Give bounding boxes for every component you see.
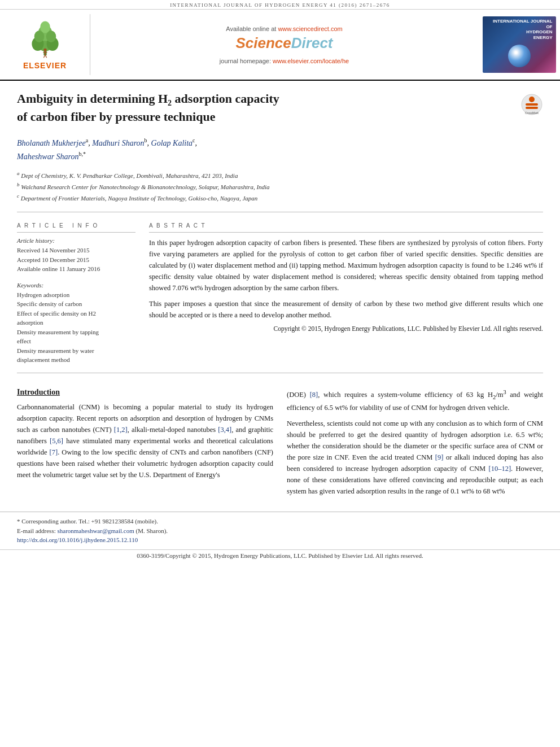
svg-point-7 bbox=[40, 21, 50, 33]
page-wrapper: INTERNATIONAL JOURNAL OF HYDROGEN ENERGY… bbox=[0, 0, 560, 561]
article-info-abstract: A R T I C L E I N F O Article history: R… bbox=[0, 216, 560, 365]
footer-bar: 0360-3199/Copyright © 2015, Hydrogen Ene… bbox=[0, 549, 560, 561]
cover-sphere bbox=[508, 45, 531, 67]
body-left-col: Introduction Carbonnanomaterial (CNM) is… bbox=[17, 388, 273, 501]
svg-rect-16 bbox=[526, 107, 538, 109]
footnote-doi: http://dx.doi.org/10.1016/j.ijhydene.201… bbox=[17, 535, 543, 545]
elsevier-logo-area: ELSEVIER bbox=[0, 14, 90, 75]
available-online-date: Available online 11 January 2016 bbox=[17, 264, 135, 274]
sciencedirect-logo: ScienceDirect bbox=[236, 34, 333, 52]
keyword-6: effect bbox=[17, 337, 135, 346]
keyword-8: displacement method bbox=[17, 355, 135, 365]
affiliation-c: c Department of Frontier Materials, Nago… bbox=[17, 193, 543, 203]
divider-body bbox=[17, 373, 543, 373]
authors-line: Bholanath Mukherjeea, Madhuri Sharonb, G… bbox=[17, 136, 543, 150]
authors-area: Bholanath Mukherjeea, Madhuri Sharonb, G… bbox=[0, 130, 560, 168]
affiliations-area: a Dept of Chemistry, K. V. Pendharkar Co… bbox=[0, 168, 560, 208]
ref-5-6[interactable]: [5,6] bbox=[50, 437, 63, 445]
footnote-area: * Corresponding author. Tel.: +91 982123… bbox=[0, 512, 560, 549]
article-title: Ambiguity in determining H2 adsorption c… bbox=[17, 91, 520, 125]
ref-10-12[interactable]: [10–12] bbox=[488, 465, 511, 473]
author-sharon-m[interactable]: Madhuri Sharon bbox=[92, 139, 144, 147]
keyword-3: Effect of specific density on H2 bbox=[17, 309, 135, 318]
keywords-label: Keywords: bbox=[17, 282, 135, 289]
svg-text:CrossMark: CrossMark bbox=[525, 111, 539, 115]
abstract-label: A B S T R A C T bbox=[149, 222, 543, 229]
keyword-2: Specific density of carbon bbox=[17, 299, 135, 309]
abstract-para-1: In this paper hydrogen adsorption capaci… bbox=[149, 237, 543, 294]
divider-affiliations bbox=[17, 212, 543, 212]
crossmark-badge: CrossMark bbox=[520, 93, 543, 116]
keywords-section: Keywords: Hydrogen adsorption Specific d… bbox=[17, 282, 135, 365]
article-info-label: A R T I C L E I N F O bbox=[17, 222, 135, 229]
journal-homepage: journal homepage: www.elsevier.com/locat… bbox=[220, 58, 349, 64]
svg-point-6 bbox=[46, 30, 56, 42]
accepted-date: Accepted 10 December 2015 bbox=[17, 255, 135, 265]
affiliation-b: b Walchand Research Center for Nanotechn… bbox=[17, 181, 543, 191]
footnote-corresponding: * Corresponding author. Tel.: +91 982123… bbox=[17, 517, 543, 526]
intro-para-3: Nevertheless, scientists could not come … bbox=[287, 418, 543, 497]
received-date: Received 14 November 2015 bbox=[17, 246, 135, 255]
header-area: ELSEVIER Available online at www.science… bbox=[0, 10, 560, 81]
article-info-col: A R T I C L E I N F O Article history: R… bbox=[17, 222, 135, 365]
author-kalita[interactable]: Golap Kalita bbox=[151, 139, 193, 147]
keyword-1: Hydrogen adsorption bbox=[17, 290, 135, 300]
footnote-email-link[interactable]: sharonmaheshwar@gmail.com bbox=[57, 527, 134, 534]
journal-cover-image: International Journal ofHYDROGENENERGY bbox=[483, 16, 556, 73]
keyword-5: Density measurement by tapping bbox=[17, 327, 135, 337]
introduction-heading: Introduction bbox=[17, 388, 273, 397]
ref-8[interactable]: [8] bbox=[310, 391, 318, 399]
journal-top-bar: INTERNATIONAL JOURNAL OF HYDROGEN ENERGY… bbox=[0, 0, 560, 10]
elsevier-tree-icon bbox=[25, 19, 65, 59]
crossmark-icon: CrossMark bbox=[521, 94, 542, 115]
authors-line2: Maheshwar Sharonb,* bbox=[17, 150, 543, 163]
affiliation-a: a Dept of Chemistry, K. V. Pendharkar Co… bbox=[17, 170, 543, 180]
abstract-col: A B S T R A C T In this paper hydrogen a… bbox=[149, 222, 543, 365]
svg-point-8 bbox=[43, 49, 46, 51]
main-body: Introduction Carbonnanomaterial (CNM) is… bbox=[0, 377, 560, 507]
author-sharon-mah[interactable]: Maheshwar Sharon bbox=[17, 152, 79, 161]
elsevier-logo: ELSEVIER bbox=[23, 19, 67, 70]
ref-9[interactable]: [9] bbox=[435, 453, 444, 461]
abstract-para-2: This paper imposes a question that since… bbox=[149, 298, 543, 321]
intro-para-2: (DOE) [8], which requires a system-volum… bbox=[287, 388, 543, 413]
divider-art-info bbox=[17, 232, 135, 233]
sciencedirect-url[interactable]: www.sciencedirect.com bbox=[278, 25, 342, 32]
ref-1-2[interactable]: [1,2] bbox=[114, 426, 128, 434]
cover-title: International Journal ofHYDROGENENERGY bbox=[486, 19, 553, 40]
journal-cover-area: International Journal ofHYDROGENENERGY bbox=[478, 14, 560, 75]
body-two-col: Introduction Carbonnanomaterial (CNM) is… bbox=[17, 388, 543, 501]
ref-3-4[interactable]: [3,4] bbox=[218, 426, 231, 434]
homepage-url[interactable]: www.elsevier.com/locate/he bbox=[273, 58, 349, 64]
body-right-col: (DOE) [8], which requires a system-volum… bbox=[287, 388, 543, 501]
journal-name: INTERNATIONAL JOURNAL OF HYDROGEN ENERGY… bbox=[170, 2, 390, 8]
svg-rect-15 bbox=[526, 103, 538, 106]
divider-abstract bbox=[149, 232, 543, 233]
doi-link[interactable]: http://dx.doi.org/10.1016/j.ijhydene.201… bbox=[17, 536, 138, 543]
ref-7[interactable]: [7] bbox=[50, 448, 58, 456]
abstract-text: In this paper hydrogen adsorption capaci… bbox=[149, 237, 543, 321]
author-mukherjee[interactable]: Bholanath Mukherjee bbox=[17, 139, 86, 147]
intro-para-1: Carbonnanomaterial (CNM) is becoming a p… bbox=[17, 401, 273, 480]
abstract-copyright: Copyright © 2015, Hydrogen Energy Public… bbox=[149, 324, 543, 334]
article-history-label: Article history: bbox=[17, 237, 135, 244]
keyword-4: adsorption bbox=[17, 318, 135, 327]
svg-point-5 bbox=[34, 30, 44, 42]
article-title-area: Ambiguity in determining H2 adsorption c… bbox=[0, 81, 560, 130]
footnote-email: E-mail address: sharonmaheshwar@gmail.co… bbox=[17, 526, 543, 536]
elsevier-name: ELSEVIER bbox=[23, 61, 67, 70]
available-label: Available online at www.sciencedirect.co… bbox=[226, 25, 342, 32]
header-center: Available online at www.sciencedirect.co… bbox=[90, 14, 478, 75]
footer-copyright: 0360-3199/Copyright © 2015, Hydrogen Ene… bbox=[137, 552, 423, 559]
keyword-7: Density measurement by water bbox=[17, 346, 135, 356]
svg-point-14 bbox=[529, 97, 535, 102]
